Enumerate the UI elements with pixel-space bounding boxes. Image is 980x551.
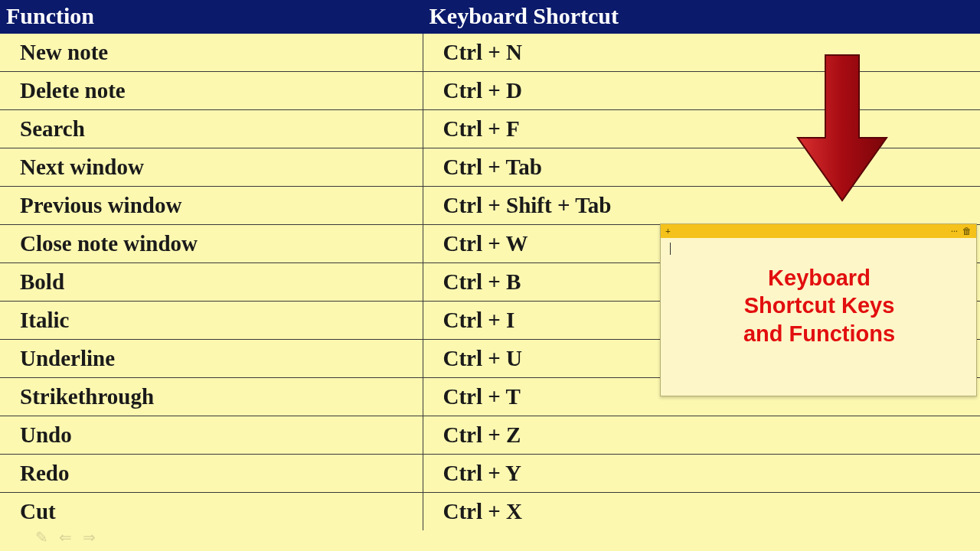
text-cursor-icon xyxy=(670,243,671,255)
table-row: Delete noteCtrl + D xyxy=(0,72,980,110)
cell-shortcut: Ctrl + Shift + Tab xyxy=(423,187,980,225)
sticky-caption: Keyboard Shortcut Keys and Functions xyxy=(670,264,969,347)
cell-function: Strikethrough xyxy=(0,378,423,416)
cell-shortcut: Ctrl + F xyxy=(423,110,980,148)
header-shortcut: Keyboard Shortcut xyxy=(423,0,980,34)
table-row: CutCtrl + X xyxy=(0,493,980,531)
cell-function: Close note window xyxy=(0,225,423,263)
sticky-note[interactable]: + ··· 🗑 Keyboard Shortcut Keys and Funct… xyxy=(660,223,977,396)
cell-shortcut: Ctrl + N xyxy=(423,34,980,72)
cell-shortcut: Ctrl + Y xyxy=(423,455,980,493)
cell-function: Bold xyxy=(0,263,423,302)
cell-shortcut: Ctrl + Z xyxy=(423,416,980,455)
cell-function: Delete note xyxy=(0,72,423,110)
prev-slide-icon[interactable]: ⇐ xyxy=(59,528,72,546)
pen-icon[interactable]: ✎ xyxy=(35,528,48,546)
table-row: SearchCtrl + F xyxy=(0,110,980,148)
cell-function: Cut xyxy=(0,493,423,531)
next-slide-icon[interactable]: ⇒ xyxy=(83,528,96,546)
table-header-row: Function Keyboard Shortcut xyxy=(0,0,980,34)
sticky-menu-icon[interactable]: ··· xyxy=(951,226,958,237)
cell-function: Undo xyxy=(0,416,423,455)
slideshow-nav: ✎ ⇐ ⇒ xyxy=(35,528,96,546)
cell-function: Redo xyxy=(0,455,423,493)
cell-shortcut: Ctrl + D xyxy=(423,72,980,110)
cell-function: Search xyxy=(0,110,423,148)
cell-shortcut: Ctrl + Tab xyxy=(423,148,980,187)
header-function: Function xyxy=(0,0,423,34)
sticky-add-icon[interactable]: + xyxy=(665,226,671,237)
table-row: New noteCtrl + N xyxy=(0,34,980,72)
sticky-delete-icon[interactable]: 🗑 xyxy=(962,226,972,237)
cell-function: Previous window xyxy=(0,187,423,225)
table-row: Next windowCtrl + Tab xyxy=(0,148,980,187)
table-row: UndoCtrl + Z xyxy=(0,416,980,455)
sticky-note-body[interactable]: Keyboard Shortcut Keys and Functions xyxy=(661,238,976,396)
cell-function: Underline xyxy=(0,340,423,378)
cell-function: Next window xyxy=(0,148,423,187)
cell-function: New note xyxy=(0,34,423,72)
sticky-note-titlebar[interactable]: + ··· 🗑 xyxy=(661,224,976,238)
table-row: RedoCtrl + Y xyxy=(0,455,980,493)
cell-function: Italic xyxy=(0,302,423,340)
cell-shortcut: Ctrl + X xyxy=(423,493,980,531)
table-row: Previous windowCtrl + Shift + Tab xyxy=(0,187,980,225)
